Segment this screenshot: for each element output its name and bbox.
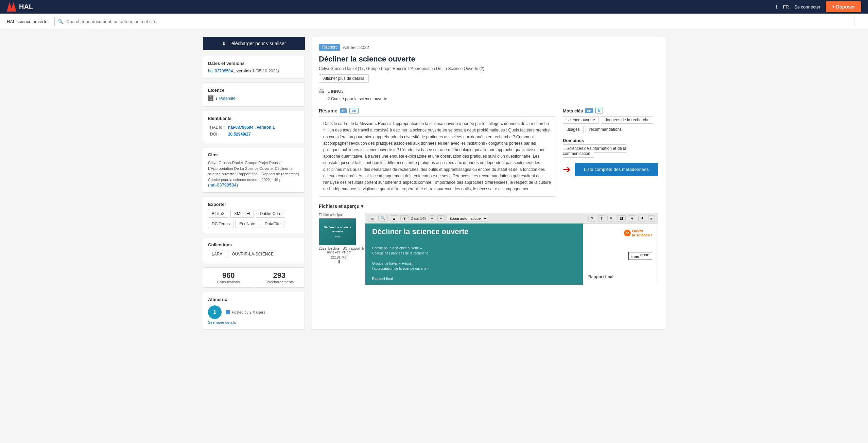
export-buttons: BibTeX XML-TEI Dublin Core DC Terms EndN… bbox=[208, 210, 300, 228]
search-input[interactable] bbox=[66, 19, 851, 24]
hal-id-value: hal-03798504 , version 1 bbox=[227, 124, 276, 130]
collection-ouvrir[interactable]: OUVRIR-LA-SCIENCE bbox=[228, 250, 277, 258]
collection-tags: LARA OUVRIR-LA-SCIENCE bbox=[208, 250, 300, 258]
badge-year: Année : 2022 bbox=[343, 45, 369, 50]
licence-info-icon: ℹ bbox=[215, 96, 217, 101]
creative-commons-icon: 🅲 bbox=[208, 95, 213, 102]
search-input-wrap[interactable]: 🔍 bbox=[54, 17, 854, 26]
dates-title: Dates et versions bbox=[208, 61, 300, 66]
altmetric-title: Altmetric bbox=[208, 297, 300, 302]
export-dcterms[interactable]: DC Terms bbox=[208, 220, 233, 228]
consultations-label: Consultations bbox=[207, 280, 250, 284]
altmetric-badge: 1 bbox=[208, 305, 222, 319]
hal-logo-text: HAL bbox=[19, 3, 33, 11]
abstract-lang-other[interactable]: en bbox=[349, 108, 359, 113]
pdf-panel-toggle[interactable]: ☰ bbox=[368, 215, 376, 222]
download-button[interactable]: ⬇ Télécharger pour visualiser bbox=[203, 37, 305, 50]
downloads-count: 293 bbox=[258, 271, 301, 280]
doi-label: DOI : bbox=[209, 131, 226, 137]
pdf-zoom-out[interactable]: − bbox=[429, 215, 435, 222]
pdf-search-btn[interactable]: 🔍 bbox=[378, 215, 388, 222]
download-icon: ⬇ bbox=[222, 41, 226, 46]
altmetric-square-icon bbox=[226, 310, 230, 314]
abstract-lang-active[interactable]: fr bbox=[340, 108, 347, 113]
domain-tag[interactable]: Sciences de l'information et de la commu… bbox=[563, 144, 626, 158]
affiliation-icon: 🏛 bbox=[319, 89, 325, 96]
pdf-zoom-select[interactable]: Zoom automatique bbox=[447, 215, 488, 222]
abstract-area: Résumé fr en Dans le cadre de la Mission… bbox=[319, 108, 556, 197]
files-layout: Fichier principal Décliner la science ou… bbox=[319, 213, 658, 285]
pdf-tool-3[interactable]: ✏ bbox=[607, 215, 615, 222]
pdf-subtitle: Comité pour la science ouverte – Collège… bbox=[372, 246, 576, 281]
main-layout: ⬇ Télécharger pour visualiser Dates et v… bbox=[196, 30, 672, 336]
pdf-content: Décliner la science ouverte Comité pour … bbox=[365, 224, 658, 285]
file-label: Fichier principal bbox=[319, 213, 360, 217]
export-dublincore[interactable]: Dublin Core bbox=[256, 210, 285, 218]
keywords-lang-active[interactable]: en bbox=[585, 108, 593, 113]
collections-title: Collections bbox=[208, 242, 300, 247]
metadata-button[interactable]: Liste complète des métadonnées bbox=[575, 163, 658, 176]
keyword-tag[interactable]: recommandations bbox=[586, 126, 625, 133]
hal-id-link[interactable]: hal-03798504 bbox=[208, 69, 234, 73]
hal-id-row: HAL Id : hal-03798504 , version 1 bbox=[209, 124, 276, 130]
licence-link[interactable]: Paternité bbox=[219, 96, 236, 101]
keyword-tag[interactable]: science ouverte bbox=[563, 116, 599, 124]
collection-lara[interactable]: LARA bbox=[208, 250, 226, 258]
inno-logo: inno CUBE bbox=[628, 252, 652, 260]
consultations-stat: 960 Consultations bbox=[203, 268, 254, 287]
pdf-tool-2[interactable]: T bbox=[598, 215, 605, 222]
altmetric-more-link[interactable]: See more details bbox=[208, 320, 300, 324]
altmetric-section: Altmetric 1 Posted by 2 X users See more… bbox=[203, 292, 305, 330]
site-label: HAL science ouverte bbox=[7, 19, 48, 24]
download-file-icon[interactable]: ⬇ bbox=[319, 259, 360, 265]
pdf-tool-1[interactable]: ✎ bbox=[588, 215, 596, 222]
cite-link[interactable]: (hal-03798504) bbox=[208, 182, 238, 188]
pdf-viewer: ☰ 🔍 ▲ ▼ 2 sur 149 − + Zoom automatique bbox=[365, 213, 658, 285]
export-xmltei[interactable]: XML-TEI bbox=[230, 210, 254, 218]
pdf-prev-page[interactable]: ▲ bbox=[390, 215, 398, 222]
deposit-button[interactable]: + Déposer bbox=[826, 1, 861, 12]
keyword-tag[interactable]: usages bbox=[563, 126, 584, 133]
file-size: (22.91 Mo) bbox=[319, 255, 360, 259]
abstract-text: Dans le cadre de la Mission « Réussir l'… bbox=[319, 116, 556, 197]
pdf-tool-5[interactable]: 🖨 bbox=[628, 215, 636, 222]
sidebar: ⬇ Télécharger pour visualiser Dates et v… bbox=[203, 37, 305, 330]
pdf-tool-7[interactable]: ≡ bbox=[648, 215, 655, 222]
keywords-domains-area: Mots clés en fr science ouverte données … bbox=[563, 108, 658, 197]
pdf-rapport-label: Rapport final bbox=[588, 274, 613, 279]
info-icon[interactable]: ℹ bbox=[776, 4, 778, 10]
cite-title: Citer bbox=[208, 152, 300, 157]
hal-id-label: HAL Id : bbox=[209, 124, 226, 130]
logo[interactable]: HAL bbox=[7, 2, 33, 12]
pdf-left-panel: Décliner la science ouverte Comité pour … bbox=[365, 224, 583, 285]
export-datacite[interactable]: DataCite bbox=[261, 220, 284, 228]
chevron-down-icon: ▾ bbox=[361, 203, 363, 209]
more-details-button[interactable]: Afficher plus de détails bbox=[319, 74, 369, 83]
ouvrir-science-logo: OS Ouvrirla science ! bbox=[624, 229, 652, 237]
pdf-tool-4[interactable]: 🖼 bbox=[617, 215, 626, 222]
keyword-tag[interactable]: données de la recherche bbox=[601, 116, 653, 124]
pdf-right-panel: OS Ouvrirla science ! inno CUBE Rapport … bbox=[583, 224, 658, 285]
file-name: 2022_Decliner_SO_rapport_final-annexes_V… bbox=[319, 247, 360, 254]
pdf-next-page[interactable]: ▼ bbox=[400, 215, 409, 222]
version-info: hal-03798504 , version 1 (05-10-2022) bbox=[208, 69, 300, 73]
pdf-tool-6[interactable]: ⬇ bbox=[638, 215, 646, 222]
abstract-title-row: Résumé fr en bbox=[319, 108, 556, 113]
language-selector[interactable]: FR bbox=[783, 4, 789, 10]
files-title: Fichiers et aperçu ▾ bbox=[319, 203, 658, 209]
affiliation-2: 2 Comité pour la science ouverte bbox=[328, 95, 387, 103]
file-thumb-image[interactable]: Décliner la science ouverte inno bbox=[319, 218, 356, 245]
export-bibtex[interactable]: BibTeX bbox=[208, 210, 228, 218]
hal-logo-icon bbox=[7, 2, 16, 12]
pdf-zoom-in[interactable]: + bbox=[437, 215, 444, 222]
licence-section: Licence 🅲 ℹ Paternité bbox=[203, 83, 305, 107]
doc-type-badges: Rapport Année : 2022 bbox=[319, 44, 658, 51]
affiliations: 🏛 1 INNO3 2 Comité pour la science ouver… bbox=[319, 88, 658, 103]
keyword-tags: science ouverte données de la recherche … bbox=[563, 116, 658, 133]
export-endnote[interactable]: EndNote bbox=[236, 220, 259, 228]
login-button[interactable]: Se connecter bbox=[794, 4, 820, 10]
keywords-lang-other[interactable]: fr bbox=[595, 108, 603, 113]
doi-row: DOI : 10.52949/27 bbox=[209, 131, 276, 137]
badge-rapport: Rapport bbox=[319, 44, 340, 51]
content-grid: Résumé fr en Dans le cadre de la Mission… bbox=[319, 108, 658, 197]
